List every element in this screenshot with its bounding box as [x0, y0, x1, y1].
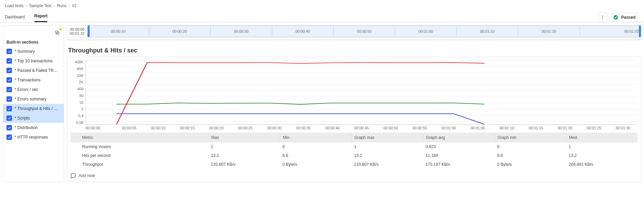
ytick: 400K — [75, 60, 83, 64]
page-tabs: Dashboard Report — [5, 10, 47, 22]
breadcrumb-item[interactable]: #2 — [72, 3, 76, 8]
metric-min: 6.6 — [280, 151, 351, 160]
xtick: 00:00:30 — [260, 126, 289, 130]
chart-yaxis: 400K80K10K2K400801020.40.08 — [71, 60, 86, 125]
chart-svg — [86, 60, 638, 124]
sidebar-item[interactable]: * Errors summary — [3, 94, 64, 104]
sidebar-item[interactable]: * Top 10 transactions — [3, 56, 64, 66]
checkbox[interactable] — [6, 96, 12, 102]
checkbox[interactable] — [6, 77, 12, 83]
xtick: 00:01:30 — [609, 126, 638, 130]
metric-row: Hits per second 13.2 6.6 13.2 11.169 6.6… — [71, 151, 638, 160]
sidebar-item[interactable]: * Distribution — [3, 123, 64, 132]
metric-gmax: 1 — [351, 142, 423, 151]
metric-gavg: 0.923 — [423, 142, 494, 151]
check-icon — [7, 69, 11, 73]
more-menu-button[interactable] — [598, 13, 608, 22]
chart-card: 400K80K10K2K400801020.40.08 00:00:0000:0… — [67, 57, 641, 182]
breadcrumb-item[interactable]: Load tests — [5, 3, 24, 8]
timeline[interactable]: 00:00:00 00:01:32 00:00:1000:00:2000:00:… — [67, 25, 641, 37]
metric-name: Throughput — [79, 160, 208, 169]
breadcrumb-item[interactable]: Sample Test — [29, 3, 51, 8]
timeline-tick: 00:00:30 — [211, 26, 272, 37]
sidebar-item[interactable]: * Summary — [3, 47, 64, 56]
timeline-range-labels: 00:00:00 00:01:32 — [67, 26, 88, 37]
xtick: 00:00:50 — [376, 126, 405, 130]
ytick: 10K — [77, 74, 83, 78]
ytick: 2 — [81, 107, 83, 111]
copy-sections-button[interactable] — [53, 29, 61, 36]
metric-gmin: 0 Byte/s — [494, 160, 566, 169]
xtick: 00:01:20 — [550, 126, 579, 130]
ytick: 0.4 — [78, 114, 83, 118]
checkbox[interactable] — [6, 106, 12, 111]
status-label: Passed — [621, 15, 635, 20]
check-circle-icon — [613, 15, 618, 20]
ytick: 400 — [77, 87, 83, 91]
main-panel: 00:00:00 00:01:32 00:00:1000:00:2000:00:… — [67, 25, 644, 182]
metric-name: Hits per second — [79, 151, 208, 160]
sidebar-item[interactable]: * Scripts — [3, 113, 64, 123]
sidebar-item[interactable]: * HTTP responses — [3, 132, 64, 142]
check-icon — [7, 107, 11, 111]
chart-area[interactable]: 400K80K10K2K400801020.40.08 — [71, 60, 638, 125]
col-max: Max — [208, 133, 280, 142]
sidebar-item[interactable]: * Throughput & Hits / … — [3, 104, 64, 113]
xtick: 00:00:10 — [144, 126, 173, 130]
timeline-track[interactable]: 00:00:1000:00:2000:00:3000:00:4000:00:50… — [88, 26, 641, 37]
checkbox[interactable] — [6, 58, 12, 64]
xtick: 00:00:25 — [231, 126, 260, 130]
checkbox[interactable] — [6, 125, 12, 130]
sidebar-item-label: * Transactions — [15, 78, 41, 82]
sidebar-item-label: * HTTP responses — [15, 135, 48, 140]
sidebar-item[interactable]: * Errors / sec — [3, 85, 64, 94]
timeline-scrollbar[interactable] — [67, 39, 641, 41]
xtick: 00:01:00 — [434, 126, 463, 130]
sidebar-item-label: * Scripts — [15, 116, 30, 121]
metric-row: Running Vusers 1 0 1 0.923 0 1 — [71, 142, 638, 151]
metric-med: 1 — [566, 142, 638, 151]
check-icon — [7, 50, 11, 53]
tab-dashboard[interactable]: Dashboard — [5, 11, 25, 22]
xtick: 00:00:35 — [289, 126, 318, 130]
sidebar-item-label: * Throughput & Hits / … — [15, 106, 58, 111]
xtick: 00:00:00 — [86, 126, 114, 130]
checkbox[interactable] — [6, 68, 12, 73]
sidebar-item-label: * Errors / sec — [15, 87, 38, 92]
checkbox[interactable] — [6, 134, 12, 140]
checkbox[interactable] — [6, 87, 12, 92]
timeline-tick: 00:00:50 — [334, 26, 395, 37]
checkbox[interactable] — [6, 115, 12, 121]
sidebar-item-label: * Distribution — [15, 125, 38, 130]
timeline-start: 00:00:00 — [70, 27, 85, 31]
metric-name: Running Vusers — [79, 142, 208, 151]
xtick: 00:01:15 — [521, 126, 550, 130]
timeline-tick: 00:01:10 — [457, 26, 518, 37]
metric-max: 1 — [208, 142, 280, 151]
series-line — [117, 103, 484, 104]
sidebar-item[interactable]: * Passed & Failed TR… — [3, 66, 64, 75]
xtick: 00:00:15 — [173, 126, 202, 130]
sidebar-title: Built-in sections — [3, 37, 64, 47]
metric-row: Throughput 210.807 KB/s 0 Byte/s 210.807… — [71, 160, 638, 169]
add-note-button[interactable]: Add note — [71, 173, 638, 178]
xtick: 00:01:25 — [580, 126, 609, 130]
add-note-label: Add note — [79, 173, 95, 178]
sidebar-item[interactable]: * Transactions — [3, 75, 64, 85]
breadcrumb-item[interactable]: Runs — [57, 3, 66, 8]
timeline-tick: 00:00:10 — [88, 26, 149, 37]
tab-report[interactable]: Report — [34, 10, 48, 22]
chart-plot[interactable] — [86, 60, 638, 125]
metric-gavg: 11.169 — [423, 151, 494, 160]
breadcrumb-sep: › — [26, 3, 27, 8]
timeline-tick: 00:00:20 — [149, 26, 211, 37]
timeline-end-label: 00:01:32 — [624, 29, 639, 33]
chart-xaxis: 00:00:0000:00:0500:00:1000:00:1500:00:20… — [86, 126, 638, 130]
note-icon — [71, 173, 76, 178]
series-line — [117, 114, 484, 124]
timeline-end: 00:01:32 — [70, 31, 85, 35]
metric-gmin: 0 — [494, 142, 566, 151]
xtick: 00:01:10 — [492, 126, 521, 130]
svg-point-2 — [602, 18, 603, 19]
checkbox[interactable] — [6, 49, 12, 54]
